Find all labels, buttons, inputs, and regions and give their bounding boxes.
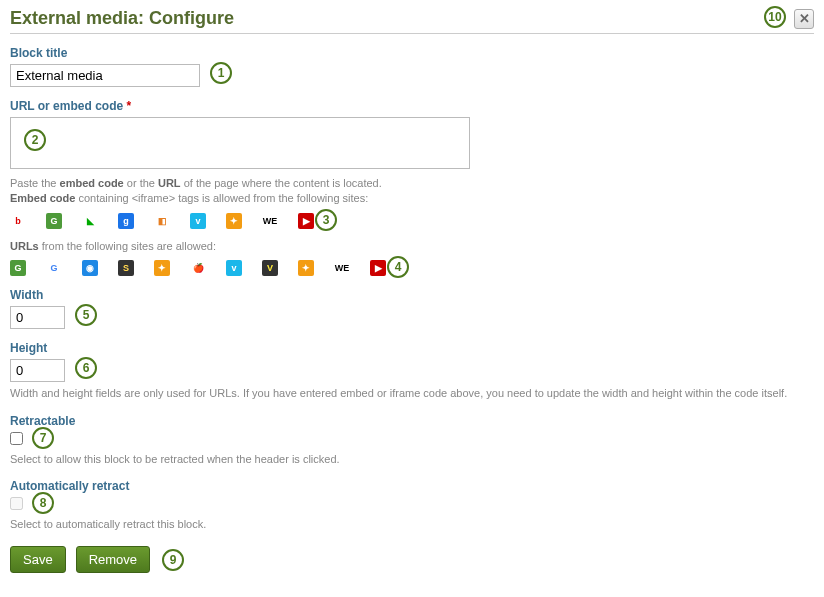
url-embed-textarea[interactable] [10,117,470,169]
auto-retract-label: Automatically retract [10,479,814,493]
retractable-label: Retractable [10,414,814,428]
url-sites-row: GG◉S✦🍎vV✦WE▶4 [10,260,814,276]
site-icon: 🍎 [190,260,206,276]
annotation-7: 7 [32,427,54,449]
width-label: Width [10,288,814,302]
annotation-10: 10 [764,6,786,28]
annotation-6: 6 [75,357,97,379]
site-icon: ✦ [298,260,314,276]
annotation-5: 5 [75,304,97,326]
annotation-9: 9 [162,549,184,571]
save-button[interactable]: Save [10,546,66,573]
width-input[interactable] [10,306,65,329]
close-button[interactable]: ✕ [794,9,814,29]
urls-help-text: URLs from the following sites are allowe… [10,239,814,254]
site-icon: v [190,213,206,229]
annotation-3: 3 [315,209,337,231]
site-icon: ▶ [370,260,386,276]
required-marker: * [126,99,131,113]
retractable-help: Select to allow this block to be retract… [10,452,814,467]
height-input[interactable] [10,359,65,382]
site-icon: G [46,213,62,229]
site-icon: g [118,213,134,229]
block-title-input[interactable] [10,64,200,87]
site-icon: WE [334,260,350,276]
site-icon: G [10,260,26,276]
site-icon: ◣ [82,213,98,229]
retractable-checkbox[interactable] [10,432,23,445]
embed-help-text: Paste the embed code or the URL of the p… [10,176,814,207]
remove-button[interactable]: Remove [76,546,150,573]
annotation-1: 1 [210,62,232,84]
auto-retract-help: Select to automatically retract this blo… [10,517,814,532]
close-icon: ✕ [799,11,810,26]
url-embed-label-text: URL or embed code [10,99,123,113]
url-embed-label: URL or embed code * [10,99,814,113]
site-icon: ✦ [154,260,170,276]
dialog-title: External media: Configure [10,8,234,29]
dialog-header: External media: Configure ✕ 10 [10,8,814,34]
site-icon: S [118,260,134,276]
block-title-label: Block title [10,46,814,60]
site-icon: WE [262,213,278,229]
annotation-4: 4 [387,256,409,278]
site-icon: ◧ [154,213,170,229]
height-help: Width and height fields are only used fo… [10,386,814,401]
site-icon: b [10,213,26,229]
annotation-8: 8 [32,492,54,514]
site-icon: ✦ [226,213,242,229]
embed-sites-row: bG◣g◧v✦WE▶3 [10,213,814,229]
site-icon: ▶ [298,213,314,229]
auto-retract-checkbox [10,497,23,510]
site-icon: V [262,260,278,276]
height-label: Height [10,341,814,355]
site-icon: ◉ [82,260,98,276]
site-icon: v [226,260,242,276]
site-icon: G [46,260,62,276]
